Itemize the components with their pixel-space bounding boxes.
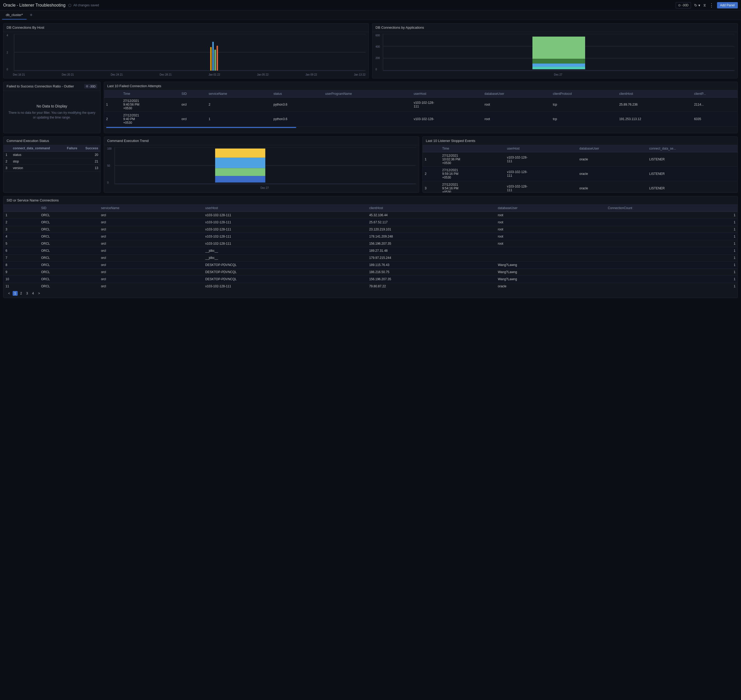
host-x-axis: Dec 16 21 Dec 20 21 Dec 24 21 Dec 28 21 … [13,73,366,76]
panel-db-connections-host: DB Connections By Host 4 2 0 [3,23,369,78]
tab-bar: db_cluster* + [0,10,741,20]
filter-icon[interactable]: ⧖ [703,3,706,7]
panel-failed-success-header-row: Failed to Success Connection Ratio - Out… [3,82,100,91]
trend-chart-area: 100 50 0 [107,147,416,189]
svg-rect-19 [215,158,265,168]
table-row: 2 27/12/2021 9:40 PM +0530 orcl 1 python… [104,112,738,126]
app-x-axis: Dec 27 [382,73,734,76]
failed-connections-header-row: Time SID serviceName status userProgramN… [104,90,738,97]
tab-db-cluster[interactable]: db_cluster* [2,11,26,19]
panel-failed-connections-header: Last 10 Failed Connection Attempts [104,82,738,90]
main-content: DB Connections By Host 4 2 0 [0,20,741,301]
trend-y-axis: 100 50 0 [107,147,113,184]
table-row: 1 27/12/2021 9:40:56 PM +0530 orcl 2 pyt… [104,97,738,112]
col-num [3,145,11,152]
host-y-axis: 4 2 0 [7,34,13,71]
more-options-icon[interactable]: ⋮ [709,2,714,8]
svg-rect-13 [532,63,585,67]
save-status: All changes saved [74,3,676,7]
col-protocol: clientProtocol [551,90,617,97]
col-service-name: serviceName [99,204,203,212]
col-num [423,145,440,152]
col-db-user: databaseUser [495,204,606,212]
failed-connections-table: Time SID serviceName status userProgramN… [104,90,738,126]
add-panel-button[interactable]: Add Panel [717,2,738,9]
page-3-button[interactable]: 3 [25,291,29,296]
command-status-table: connect_data_command Failure Success 1 s… [3,145,100,171]
host-chart-inner [14,34,366,71]
listener-stopped-header-row: Time userHost databaseUser connect_data_… [423,145,738,152]
col-client-p: clientP... [692,90,738,97]
no-data-title: No Data to Display [37,104,68,108]
col-client-host: clientHost [367,204,496,212]
panel-command-trend-body: 100 50 0 [104,145,419,191]
command-status-header-row: connect_data_command Failure Success [3,145,100,152]
panel-command-trend-header: Command Execution Trend [104,137,419,145]
sid-service-header-row: SID serviceName userHost clientHost data… [3,204,738,212]
table-row: 11ORCLorclv103-102-128-11179.80.87.22ora… [3,283,738,289]
table-row: 5ORCLorclv103-102-128-111156.196.207.35r… [3,240,738,247]
col-client-host: clientHost [617,90,692,97]
col-user-host: userHost [203,204,367,212]
table-row: 2 stop 21 [3,158,100,165]
svg-rect-11 [532,37,585,59]
table-row: 1 27/12/2021 10:02:36 PM +0530 v103-102-… [423,152,738,167]
svg-rect-18 [215,149,265,158]
sid-service-table-container[interactable]: SID serviceName userHost clientHost data… [3,204,738,289]
panel-listener-stopped: Last 10 Listener Stopped Events Time use… [422,137,738,193]
trend-x-axis: Dec 27 [113,187,416,189]
header-controls: ⊙ -30D ↻ ▾ ⧖ ⋮ Add Panel [676,2,738,9]
table-row: 3 27/12/2021 9:54:16 PM +0530 v103-102-1… [423,181,738,193]
page-2-button[interactable]: 2 [19,291,24,296]
svg-rect-12 [532,59,585,63]
page-title: Oracle - Listener Troubleshooting [3,3,66,7]
panel-db-connections-host-header: DB Connections By Host [3,24,369,32]
panel-sid-service: SID or Service Name Connections SID serv… [3,196,738,298]
col-sid: SID [179,90,206,97]
table-row: 1 status 20 [3,152,100,158]
col-num [3,204,39,212]
col-success: Success [79,145,100,152]
failed-connections-body: 1 27/12/2021 9:40:56 PM +0530 orcl 2 pyt… [104,97,738,126]
app-header: Oracle - Listener Troubleshooting ⬡ All … [0,0,741,10]
prev-page-button[interactable]: < [7,291,12,296]
panel-failed-success-title: Failed to Success Connection Ratio - Out… [7,84,74,88]
panel-command-status-header: Command Execution Status [3,137,100,145]
trend-chart-inner [115,147,416,184]
host-chart-area: 4 2 0 [7,34,366,76]
time-range-picker[interactable]: ⊙ -30D [676,2,691,9]
table-row: 4ORCLorclv103-102-128-111178.141.209.248… [3,233,738,240]
col-time: Time [121,90,179,97]
col-user-host: userHost [505,145,577,152]
col-db-user: databaseUser [482,90,551,97]
page-1-button[interactable]: 1 [13,291,18,296]
scroll-bar[interactable] [106,127,296,128]
col-failure: Failure [61,145,79,152]
refresh-button[interactable]: ↻ ▾ [694,3,700,7]
failed-connections-table-container[interactable]: Time SID serviceName status userProgramN… [104,90,738,128]
panel-db-connections-app-header: DB Connections by Applications [372,24,738,32]
time-badge: ⊙ -30D [84,84,97,88]
app-chart-inner [383,34,734,71]
app-chart-area: 600 400 200 0 [375,34,734,76]
next-page-button[interactable]: > [37,291,42,296]
row-1: DB Connections By Host 4 2 0 [3,23,738,78]
listener-stopped-table-wrap[interactable]: Time userHost databaseUser connect_data_… [423,145,738,193]
table-row: 7ORCLorcl__jdbc__179.97.215.2441 [3,254,738,262]
panel-sid-service-header: SID or Service Name Connections [3,196,738,204]
panel-failed-success-ratio: Failed to Success Connection Ratio - Out… [3,82,101,133]
panel-db-connections-app: DB Connections by Applications 600 400 2… [372,23,738,78]
col-sid: SID [39,204,99,212]
panel-failed-connections: Last 10 Failed Connection Attempts Time … [104,82,738,133]
add-tab-button[interactable]: + [28,12,35,18]
listener-stopped-table: Time userHost databaseUser connect_data_… [423,145,738,193]
row-2: Failed to Success Connection Ratio - Out… [3,82,738,133]
table-row: 10ORCLorclDESKTOP-PDVNCQL156.196.207.35W… [3,276,738,283]
panel-command-trend: Command Execution Trend 100 50 0 [104,137,419,193]
page-4-button[interactable]: 4 [31,291,35,296]
table-row: 2 27/12/2021 9:59:16 PM +0530 v103-102-1… [423,167,738,181]
table-row: 3ORCLorclv103-102-128-11123.120.219.101r… [3,226,738,233]
col-conn-count: ConnectionCount [606,204,738,212]
no-data-body: No Data to Display There is no data for … [3,91,100,133]
share-icon[interactable]: ⬡ [68,3,71,7]
